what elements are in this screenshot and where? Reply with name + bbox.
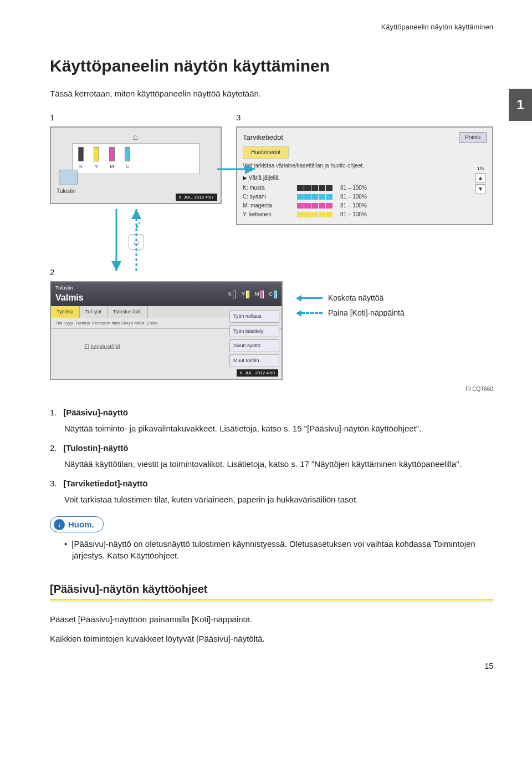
note-label: Huom. — [68, 519, 94, 530]
pager-indicator: 1/5 — [475, 165, 485, 172]
pager-down[interactable]: ▼ — [475, 184, 485, 194]
mini-c: C — [269, 291, 273, 298]
ink-c-pct: 81 – 100% — [340, 193, 367, 201]
chapter-tab: 1 — [509, 89, 532, 121]
printer-icon — [59, 170, 78, 185]
item2-body: Näyttää käyttötilan, viestit ja toiminto… — [64, 458, 493, 470]
figure-code: FI CQT660 — [50, 385, 493, 393]
item2-num: 2. — [50, 442, 61, 454]
exit-button[interactable]: Poistu — [459, 132, 487, 143]
ink-row-k: K: musta 81 – 100% — [243, 184, 487, 192]
mini-y: Y — [242, 291, 245, 298]
toner-m-label: M — [110, 164, 114, 169]
sub-para-2: Kaikkien toimintojen kuvakkeet löytyvät … — [50, 633, 493, 644]
service-info-button[interactable]: Huoltotiedot — [243, 146, 289, 159]
ink-row-y: Y: keltainen 81 – 100% — [243, 211, 487, 219]
printer-footer-date: 6. JUL. 2012 4:08 — [237, 369, 278, 377]
supplies-desc: Voit tarkistaa väriaine/kasettitilan ja … — [243, 162, 487, 170]
tab-printjobs[interactable]: Tul.työt — [80, 306, 108, 318]
ink-row-c: C: syaani 81 – 100% — [243, 193, 487, 201]
item1-head: 1. [Pääsivu]-näyttö — [50, 407, 493, 418]
item2-head: 2. [Tulostin]-näyttö — [50, 442, 493, 454]
toner-c-label: C — [126, 164, 130, 169]
toner-k-label: K — [79, 164, 83, 169]
screen-printer: Tulostin Valmis K Y M C Työlista Tul.työ… — [50, 281, 283, 380]
arrow-dashed-icon — [297, 312, 323, 314]
supplies-title: Tarviketiedot — [243, 133, 283, 143]
tab-printdev[interactable]: Tulostus laitt. — [108, 306, 149, 318]
ink-remaining-head: ▶ Väriä jäljellä — [243, 174, 487, 182]
arrow-solid-icon — [297, 297, 323, 299]
item3-body: Voit tarkistaa tulostimen tilat, kuten v… — [64, 494, 493, 505]
legend-press-home: Paina [Koti]-näppäintä — [328, 306, 405, 321]
item2-title: [Tulostin]-näyttö — [63, 443, 128, 453]
ink-k-pct: 81 – 100% — [340, 184, 367, 192]
item1-num: 1. — [50, 407, 61, 418]
screen-supplies-info: Tarviketiedot Poistu Huoltotiedot Voit t… — [236, 126, 493, 225]
item3-head: 3. [Tarviketiedot]-näyttö — [50, 477, 493, 489]
btn-other[interactable]: Muut toimin. — [229, 354, 279, 367]
screen-home: ⌂ K Y M C Tulostin 6. JUL. 2012 4:07 — [50, 126, 222, 204]
btn-form-feed[interactable]: Sivun syöttö — [229, 339, 279, 352]
ink-y-pct: 81 – 100% — [340, 211, 367, 219]
item1-title: [Pääsivu]-näyttö — [63, 408, 128, 417]
home-icon: ⌂ — [129, 131, 142, 143]
callout-1: 1 — [50, 111, 222, 123]
ink-k-name: K: musta — [243, 184, 293, 192]
page-title: Käyttöpaneelin näytön käyttäminen — [50, 54, 493, 78]
btn-job-handle[interactable]: Työn käsittely — [229, 325, 279, 338]
callout-2: 2 — [50, 266, 283, 278]
note-badge: ↓ Huom. — [50, 516, 104, 532]
running-head: Käyttöpaneelin näytön käyttäminen — [50, 22, 493, 32]
page-number: 15 — [50, 661, 493, 672]
legend-touch: Kosketa näyttöä — [328, 291, 383, 306]
ink-row-m: M: magenta 81 – 100% — [243, 202, 487, 210]
pager-up[interactable]: ▲ — [475, 173, 485, 183]
legend: Kosketa näyttöä Paina [Koti]-näppäintä — [297, 266, 405, 320]
ink-m-pct: 81 – 100% — [340, 202, 367, 210]
ink-y-name: Y: keltainen — [243, 211, 293, 219]
mini-k: K — [228, 291, 232, 298]
btn-job-reset[interactable]: Työn nollaus — [229, 310, 279, 323]
ink-c-name: C: syaani — [243, 193, 293, 201]
ink-m-name: M: magenta — [243, 202, 293, 210]
pager: 1/5 ▲ ▼ — [475, 165, 485, 195]
toner-box: K Y M C — [72, 143, 200, 174]
figure-area: 1 ⌂ K Y M C Tulostin 6. JUL. 2012 4:07 3 — [50, 111, 493, 380]
home-footer-date: 6. JUL. 2012 4:07 — [176, 194, 217, 201]
tab-joblist[interactable]: Työlista — [51, 306, 80, 318]
subsection-rule — [50, 599, 493, 602]
callout-3: 3 — [236, 111, 493, 123]
sub-para-1: Pääset [Pääsivu]-näyttöön painamalla [Ko… — [50, 613, 493, 625]
toner-y-label: Y — [95, 164, 98, 169]
printer-status: Valmis — [55, 292, 84, 304]
note-bullet: [Pääsivu]-näyttö on oletusnäyttö tulosti… — [64, 538, 493, 561]
item1-body: Näyttää toiminto- ja pikavalintakuvakkee… — [64, 423, 493, 434]
mini-toners: K Y M C — [228, 291, 277, 298]
numbered-list: 1. [Pääsivu]-näyttö Näyttää toiminto- ja… — [50, 407, 493, 505]
item3-title: [Tarviketiedot]-näyttö — [63, 479, 147, 488]
intro-text: Tässä kerrotaan, miten käyttöpaneelin nä… — [50, 88, 493, 99]
printer-label: Tulostin — [57, 187, 76, 195]
item3-num: 3. — [50, 477, 61, 489]
printer-tab-label: Tulostin — [55, 284, 84, 292]
home-key-icon: ⌂ — [129, 234, 144, 250]
subsection-title: [Pääsivu]-näytön käyttöohjeet — [50, 581, 493, 597]
note-icon: ↓ — [54, 519, 65, 530]
mini-m: M — [255, 291, 259, 298]
